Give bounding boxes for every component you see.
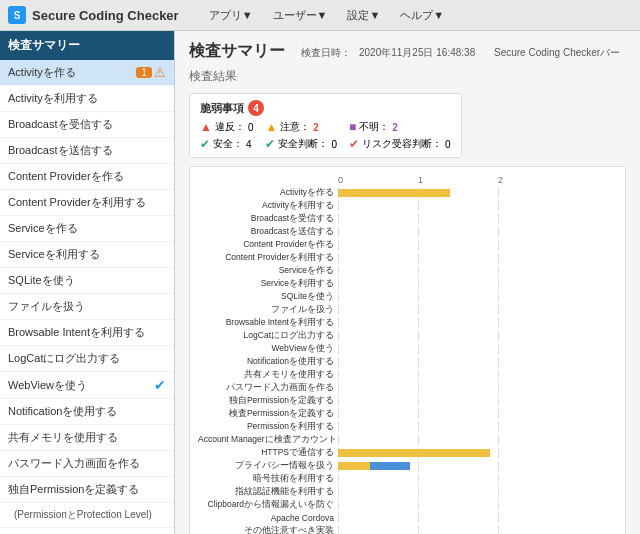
chart-bar-area bbox=[338, 513, 617, 523]
chart-row: Serviceを利用する bbox=[198, 278, 617, 290]
chart-row: ファイルを扱う bbox=[198, 304, 617, 316]
chart-bar-area bbox=[338, 526, 617, 534]
sidebar-item-label: (PermissionとProtection Level) bbox=[14, 508, 152, 522]
chart-row-label: Browsable Intentを利用する bbox=[198, 317, 338, 329]
chart-bar-area bbox=[338, 500, 617, 510]
chart-row: LogCatにログ出力する bbox=[198, 330, 617, 342]
sidebar-item-broadcast-receive[interactable]: Broadcastを受信する bbox=[0, 112, 174, 138]
sidebar-item-password[interactable]: パスワード入力画面を作る bbox=[0, 451, 174, 477]
sidebar-item-service-create[interactable]: Serviceを作る bbox=[0, 216, 174, 242]
sidebar: 検査サマリー Activityを作る 1 ⚠ Activityを利用する Bro… bbox=[0, 31, 175, 534]
chart-bar-area bbox=[338, 435, 617, 445]
chart-row-label: 検査Permissionを定義する bbox=[198, 408, 338, 420]
chart-row: Notificationを使用する bbox=[198, 356, 617, 368]
chart-row: Broadcastを送信する bbox=[198, 226, 617, 238]
safe-judge-icon: ✔ bbox=[265, 137, 275, 151]
chart-row-label: Activityを利用する bbox=[198, 200, 338, 212]
chart-bar-area bbox=[338, 461, 617, 471]
chart-row: Broadcastを受信する bbox=[198, 213, 617, 225]
sidebar-item-sqlite[interactable]: SQLiteを使う bbox=[0, 268, 174, 294]
chart-row: Activityを利用する bbox=[198, 200, 617, 212]
menu-settings[interactable]: 設定▼ bbox=[337, 4, 390, 27]
chart-bar-area bbox=[338, 370, 617, 380]
chart-bar-area bbox=[338, 331, 617, 341]
chart-row: 共有メモリを使用する bbox=[198, 369, 617, 381]
sidebar-item-permission-define-sub[interactable]: (PermissionとProtection Level) bbox=[0, 503, 174, 528]
check-icon: ✔ bbox=[154, 377, 166, 393]
issue-caution: ▲ 注意： 2 bbox=[265, 120, 337, 134]
sidebar-item-label: Content Providerを作る bbox=[8, 169, 124, 184]
issue-box-title: 脆弱事項 4 bbox=[200, 100, 451, 116]
sidebar-item-label: LogCatにログ出力する bbox=[8, 351, 120, 366]
menu-user[interactable]: ユーザー▼ bbox=[263, 4, 338, 27]
bar-chart: 0 1 2 Activityを作るActivityを利用するBroadcastを… bbox=[189, 166, 626, 534]
chart-row: パスワード入力画面を作る bbox=[198, 382, 617, 394]
chart-axis-top: 0 1 2 bbox=[338, 175, 617, 185]
sidebar-item-service-use[interactable]: Serviceを利用する bbox=[0, 242, 174, 268]
sidebar-item-browsable-intent[interactable]: Browsable Intentを利用する bbox=[0, 320, 174, 346]
chart-row-label: Broadcastを受信する bbox=[198, 213, 338, 225]
sidebar-item-activity-create[interactable]: Activityを作る 1 ⚠ bbox=[0, 60, 174, 86]
inspection-date-label: 検査日時： bbox=[301, 46, 351, 60]
chart-bar-area bbox=[338, 240, 617, 250]
sidebar-item-broadcast-send[interactable]: Broadcastを送信する bbox=[0, 138, 174, 164]
chart-row-label: WebViewを使う bbox=[198, 343, 338, 355]
chart-row-label: SQLiteを使う bbox=[198, 291, 338, 303]
sidebar-item-label: Notificationを使用する bbox=[8, 404, 117, 419]
chart-row-label: プライバシー情報を扱う bbox=[198, 460, 338, 472]
titlebar: S Secure Coding Checker アプリ▼ ユーザー▼ 設定▼ ヘ… bbox=[0, 0, 640, 31]
sidebar-item-shared-memory[interactable]: 共有メモリを使用する bbox=[0, 425, 174, 451]
chart-bar-area bbox=[338, 305, 617, 315]
chart-rows: Activityを作るActivityを利用するBroadcastを受信するBr… bbox=[198, 187, 617, 534]
issue-violation: ▲ 違反： 0 bbox=[200, 120, 253, 134]
chart-row: Content Providerを利用する bbox=[198, 252, 617, 264]
chart-row: Serviceを作る bbox=[198, 265, 617, 277]
sidebar-item-file[interactable]: ファイルを扱う bbox=[0, 294, 174, 320]
sidebar-item-content-provider-use[interactable]: Content Providerを利用する bbox=[0, 190, 174, 216]
chart-row-label: ファイルを扱う bbox=[198, 304, 338, 316]
chart-bar-area bbox=[338, 487, 617, 497]
caution-bar bbox=[338, 449, 490, 457]
chart-row: その他注意すべき実装 bbox=[198, 525, 617, 534]
sidebar-item-label: 共有メモリを使用する bbox=[8, 430, 118, 445]
sidebar-item-notification[interactable]: Notificationを使用する bbox=[0, 399, 174, 425]
sidebar-item-label: Content Providerを利用する bbox=[8, 195, 146, 210]
sidebar-item-content-provider-create[interactable]: Content Providerを作る bbox=[0, 164, 174, 190]
sidebar-item-activity-use[interactable]: Activityを利用する bbox=[0, 86, 174, 112]
chart-row-label: その他注意すべき実装 bbox=[198, 525, 338, 534]
sidebar-item-label: Serviceを利用する bbox=[8, 247, 100, 262]
issue-summary-box: 脆弱事項 4 ▲ 違反： 0 ▲ 注意： 2 ■ 不明： 2 bbox=[189, 93, 462, 158]
unclear-icon: ■ bbox=[349, 120, 356, 134]
chart-row-label: Content Providerを利用する bbox=[198, 252, 338, 264]
chart-row-label: Serviceを利用する bbox=[198, 278, 338, 290]
sidebar-item-label: Browsable Intentを利用する bbox=[8, 325, 145, 340]
sidebar-item-webview[interactable]: WebViewを使う ✔ bbox=[0, 372, 174, 399]
chart-row: Activityを作る bbox=[198, 187, 617, 199]
inspection-date: 2020年11月25日 16:48:38 bbox=[359, 46, 475, 60]
chart-row: 独自Permissionを定義する bbox=[198, 395, 617, 407]
sidebar-item-permission-use[interactable]: Permissionを利用する bbox=[0, 528, 174, 534]
chart-row: Apache Cordova bbox=[198, 512, 617, 524]
issue-unclear: ■ 不明： 2 bbox=[349, 120, 451, 134]
chart-row-label: Activityを作る bbox=[198, 187, 338, 199]
menu-app[interactable]: アプリ▼ bbox=[199, 4, 263, 27]
chart-bar-area bbox=[338, 344, 617, 354]
chart-row: Clipboardから情報漏えいを防ぐ bbox=[198, 499, 617, 511]
chart-row: Content Providerを作る bbox=[198, 239, 617, 251]
sidebar-item-label: Activityを利用する bbox=[8, 91, 98, 106]
sidebar-item-permission-define[interactable]: 独自Permissionを定義する bbox=[0, 477, 174, 503]
issue-risk: ✔ リスク受容判断： 0 bbox=[349, 137, 451, 151]
chart-bar-area bbox=[338, 227, 617, 237]
chart-bar-area bbox=[338, 448, 617, 458]
chart-row-label: Account Managerに検査アカウントを追加する bbox=[198, 434, 338, 446]
risk-icon: ✔ bbox=[349, 137, 359, 151]
sidebar-item-label: Activityを作る bbox=[8, 65, 76, 80]
warning-icon: ⚠ bbox=[154, 65, 166, 80]
chart-row-label: Clipboardから情報漏えいを防ぐ bbox=[198, 499, 338, 511]
safe-icon: ✔ bbox=[200, 137, 210, 151]
sidebar-item-logcat[interactable]: LogCatにログ出力する bbox=[0, 346, 174, 372]
menu-help[interactable]: ヘルプ▼ bbox=[390, 4, 454, 27]
app-title: Secure Coding Checker bbox=[32, 8, 179, 23]
violation-icon: ▲ bbox=[200, 120, 212, 134]
sidebar-item-label: Serviceを作る bbox=[8, 221, 78, 236]
